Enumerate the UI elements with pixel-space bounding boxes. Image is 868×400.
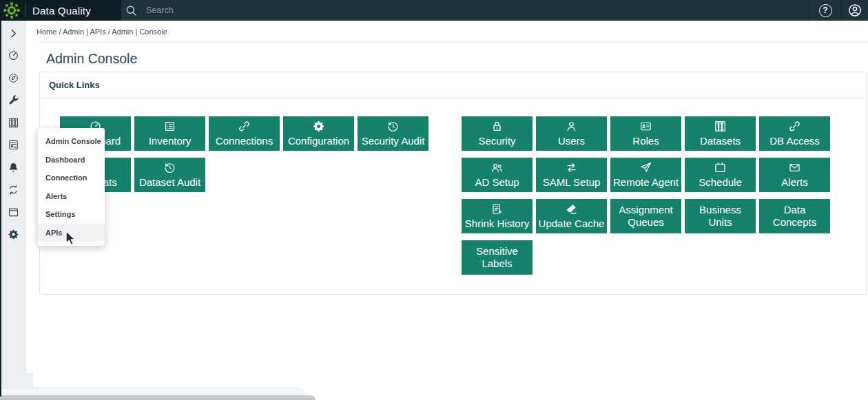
navbar-search bbox=[125, 0, 504, 21]
tile-label: Schedule bbox=[699, 176, 742, 189]
menu-item-dashboard[interactable]: Dashboard bbox=[38, 151, 105, 169]
lock-icon bbox=[490, 120, 504, 133]
quick-links-card: Quick Links DashboardInventoryConnection… bbox=[39, 72, 867, 295]
breadcrumb[interactable]: Home / Admin | APIs / Admin | Console bbox=[37, 28, 167, 36]
tile-label: Sensitive Labels bbox=[468, 245, 526, 270]
chevron-right-icon bbox=[8, 28, 19, 39]
quick-links-left-group: DashboardInventoryConnectionsConfigurati… bbox=[60, 116, 428, 192]
quick-link-ad-setup[interactable]: AD Setup bbox=[462, 158, 533, 192]
menu-item-settings[interactable]: Settings bbox=[38, 205, 105, 224]
sidebar-item-explore[interactable] bbox=[6, 70, 21, 85]
compass-icon bbox=[8, 72, 19, 84]
tile-label: Business Units bbox=[692, 204, 749, 229]
gauge-icon bbox=[8, 50, 19, 61]
sidebar-item-notifications[interactable] bbox=[6, 160, 21, 175]
quick-link-db-access[interactable]: DB Access bbox=[759, 116, 830, 151]
tile-label: Shrink History bbox=[465, 218, 529, 230]
quick-link-security[interactable]: Security bbox=[462, 116, 533, 151]
tile-label: Data Concepts bbox=[766, 204, 823, 229]
sidebar-item-tools[interactable] bbox=[6, 93, 21, 108]
navbar-divider bbox=[25, 3, 26, 17]
sidebar-item-console[interactable] bbox=[6, 204, 21, 220]
tile-label: Users bbox=[558, 135, 585, 147]
wrench-icon bbox=[8, 94, 19, 106]
sidebar-item-expand[interactable] bbox=[6, 25, 21, 41]
profile-button[interactable] bbox=[842, 0, 868, 21]
quick-link-security-audit[interactable]: Security Audit bbox=[358, 116, 428, 151]
report-icon bbox=[8, 139, 19, 151]
sidebar-item-dashboard[interactable] bbox=[6, 48, 21, 63]
calendar-icon bbox=[714, 161, 727, 174]
tile-label: Alerts bbox=[781, 176, 807, 189]
tile-label: Remote Agent bbox=[613, 176, 679, 189]
id-card-icon bbox=[639, 120, 652, 133]
quick-link-dataset-audit[interactable]: Dataset Audit bbox=[134, 158, 205, 192]
history-icon bbox=[386, 120, 400, 133]
swap-arrows-icon bbox=[565, 161, 578, 174]
quick-links-header: Quick Links bbox=[40, 72, 866, 98]
link-icon bbox=[238, 120, 251, 133]
sidebar-item-catalog[interactable] bbox=[6, 115, 21, 130]
quick-link-business-units[interactable]: Business Units bbox=[685, 199, 756, 233]
quick-link-inventory[interactable]: Inventory bbox=[134, 116, 205, 151]
envelope-icon bbox=[788, 161, 801, 174]
help-circle-icon: ? bbox=[819, 4, 832, 17]
quick-link-configuration[interactable]: Configuration bbox=[283, 116, 354, 151]
tile-label: AD Setup bbox=[475, 176, 519, 189]
quick-link-data-concepts[interactable]: Data Concepts bbox=[759, 199, 830, 233]
sidebar-item-admin[interactable] bbox=[6, 227, 21, 242]
window-left-edge bbox=[0, 0, 1, 397]
quick-link-alerts[interactable]: Alerts bbox=[759, 158, 830, 192]
quick-link-users[interactable]: Users bbox=[536, 116, 607, 151]
tile-label: Update Cache bbox=[539, 218, 605, 230]
users-icon bbox=[490, 161, 504, 174]
tile-label: Connections bbox=[216, 135, 273, 147]
bell-icon bbox=[8, 162, 19, 173]
window-icon bbox=[8, 207, 19, 218]
tile-label: Inventory bbox=[149, 135, 192, 147]
quick-link-connections[interactable]: Connections bbox=[209, 116, 280, 151]
eraser-icon bbox=[565, 202, 578, 215]
breadcrumb-border bbox=[38, 42, 868, 43]
gear-icon bbox=[8, 229, 19, 240]
list-icon bbox=[163, 120, 176, 133]
menu-item-connection[interactable]: Connection bbox=[38, 169, 105, 187]
link-icon bbox=[788, 120, 801, 133]
quick-links-title: Quick Links bbox=[49, 80, 100, 90]
search-icon bbox=[125, 4, 138, 17]
quick-link-schedule[interactable]: Schedule bbox=[685, 158, 756, 192]
search-input[interactable] bbox=[146, 6, 504, 15]
tile-label: Datasets bbox=[700, 135, 741, 147]
paper-plane-icon bbox=[639, 161, 652, 174]
app-title: Data Quality bbox=[32, 5, 91, 17]
doc-history-icon bbox=[490, 202, 504, 215]
tile-label: SAML Setup bbox=[543, 176, 601, 189]
admin-flyout-menu: Admin ConsoleDashboardConnectionAlertsSe… bbox=[38, 128, 105, 246]
mouse-cursor bbox=[64, 230, 76, 246]
sidebar-item-jobs[interactable] bbox=[6, 182, 21, 198]
help-button[interactable]: ? bbox=[809, 0, 841, 21]
bottom-panel-bar[interactable] bbox=[0, 395, 316, 400]
tile-label: Dataset Audit bbox=[139, 176, 200, 189]
tile-label: Roles bbox=[632, 135, 659, 147]
navbar-brand-section: Data Quality bbox=[0, 0, 121, 21]
quick-link-remote-agent[interactable]: Remote Agent bbox=[610, 158, 681, 192]
library-icon bbox=[714, 120, 727, 133]
menu-item-alerts[interactable]: Alerts bbox=[38, 187, 105, 206]
quick-links-right-group: SecurityUsersRolesDatasetsDB AccessAD Se… bbox=[462, 116, 830, 275]
library-icon bbox=[8, 117, 19, 129]
tile-label: Configuration bbox=[288, 135, 349, 147]
quick-link-assignment-queues[interactable]: Assignment Queues bbox=[610, 199, 681, 233]
tile-label: DB Access bbox=[769, 135, 820, 147]
quick-link-datasets[interactable]: Datasets bbox=[685, 116, 756, 151]
quick-link-sensitive-labels[interactable]: Sensitive Labels bbox=[462, 240, 533, 275]
app-logo-icon bbox=[3, 1, 21, 19]
menu-item-admin-console[interactable]: Admin Console bbox=[38, 132, 105, 151]
main-content: Home / Admin | APIs / Admin | Console Ad… bbox=[26, 21, 868, 400]
sidebar-item-reports[interactable] bbox=[6, 138, 21, 153]
quick-link-roles[interactable]: Roles bbox=[610, 116, 681, 151]
quick-link-update-cache[interactable]: Update Cache bbox=[536, 199, 607, 233]
quick-link-shrink-history[interactable]: Shrink History bbox=[462, 199, 533, 233]
page-title: Admin Console bbox=[46, 51, 137, 67]
quick-link-saml-setup[interactable]: SAML Setup bbox=[536, 158, 607, 192]
